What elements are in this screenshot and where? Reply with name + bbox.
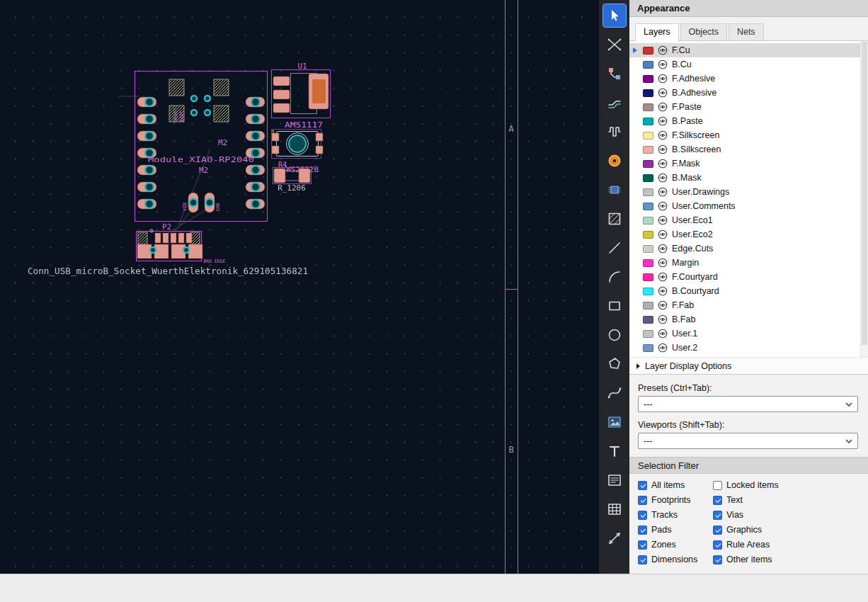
layer-visibility-eye-icon[interactable] [658, 130, 668, 140]
layer-row[interactable]: F.Paste [629, 100, 868, 114]
ws2812b-footprint[interactable] [272, 130, 324, 159]
presets-dropdown[interactable]: --- [638, 396, 858, 412]
usb-connector-footprint[interactable]: P2 BRD EDGE Conn_USB_microB_Socket_Wuert… [28, 222, 308, 276]
layer-color-swatch[interactable] [643, 231, 653, 239]
layer-row[interactable]: B.Cu [629, 57, 868, 72]
appearance-tab[interactable]: Objects [680, 23, 727, 40]
layer-row[interactable]: B.Adhesive [629, 86, 868, 100]
layer-row[interactable]: F.Silkscreen [629, 128, 868, 142]
layer-row[interactable]: F.Adhesive [629, 72, 868, 86]
layer-color-swatch[interactable] [643, 47, 653, 55]
layer-visibility-eye-icon[interactable] [658, 201, 668, 211]
selection-filter-checkbox[interactable]: Vias [713, 510, 862, 520]
checkbox-box-icon[interactable] [713, 555, 722, 564]
layer-row[interactable]: F.Mask [629, 157, 868, 171]
add-text-tool[interactable] [603, 440, 626, 462]
local-ratsnest-tool[interactable] [603, 33, 626, 56]
checkbox-box-icon[interactable] [713, 540, 722, 550]
layer-row[interactable]: B.Mask [629, 171, 868, 185]
draw-arc-tool[interactable] [603, 266, 626, 288]
checkbox-box-icon[interactable] [713, 481, 722, 490]
layer-visibility-eye-icon[interactable] [658, 116, 668, 126]
route-differential-pairs-tool[interactable] [603, 91, 626, 114]
checkbox-box-icon[interactable] [713, 496, 722, 505]
layer-color-swatch[interactable] [643, 344, 653, 352]
layer-color-swatch[interactable] [643, 203, 653, 210]
layer-row[interactable]: User.Comments [629, 199, 868, 213]
layer-row[interactable]: User.Eco1 [629, 213, 868, 227]
appearance-tab[interactable]: Nets [729, 23, 764, 40]
layer-row[interactable]: B.Fab [629, 312, 868, 326]
layer-visibility-eye-icon[interactable] [658, 286, 668, 296]
layer-visibility-eye-icon[interactable] [658, 159, 668, 169]
layer-color-swatch[interactable] [643, 89, 653, 97]
layer-visibility-eye-icon[interactable] [658, 343, 668, 353]
layer-row[interactable]: B.Courtyard [629, 284, 868, 298]
layer-row[interactable]: User.Drawings [629, 185, 868, 199]
layer-row[interactable]: F.Cu [629, 43, 868, 57]
selection-filter-checkbox[interactable]: Zones [638, 540, 713, 550]
layer-color-swatch[interactable] [643, 75, 653, 83]
selection-filter-checkbox[interactable]: Rule Areas [713, 540, 862, 550]
layer-visibility-eye-icon[interactable] [658, 74, 668, 84]
layer-visibility-eye-icon[interactable] [658, 102, 668, 112]
selection-filter-checkbox[interactable]: All items [638, 480, 713, 490]
add-zone-tool[interactable] [603, 208, 626, 230]
u1-footprint[interactable]: U1 AMS1117 1 [271, 62, 331, 137]
route-tracks-tool[interactable] [603, 62, 626, 85]
add-footprint-tool[interactable] [603, 178, 626, 201]
layer-visibility-eye-icon[interactable] [658, 244, 668, 254]
checkbox-box-icon[interactable] [638, 526, 647, 535]
checkbox-box-icon[interactable] [638, 555, 647, 564]
layer-color-swatch[interactable] [643, 188, 653, 196]
layer-visibility-eye-icon[interactable] [658, 258, 668, 268]
layer-visibility-eye-icon[interactable] [658, 300, 668, 310]
layer-color-swatch[interactable] [643, 132, 653, 140]
layer-color-swatch[interactable] [643, 302, 653, 309]
layer-row[interactable]: User.2 [629, 341, 868, 355]
draw-rectangle-tool[interactable] [603, 295, 626, 317]
layer-display-options[interactable]: Layer Display Options [629, 357, 868, 375]
checkbox-box-icon[interactable] [638, 481, 647, 490]
layer-row[interactable]: User.1 [629, 326, 868, 341]
layer-color-swatch[interactable] [643, 259, 653, 267]
layer-row[interactable]: Edge.Cuts [629, 242, 868, 256]
viewports-dropdown[interactable]: --- [638, 433, 858, 449]
layer-row[interactable]: Margin [629, 256, 868, 270]
layer-visibility-eye-icon[interactable] [658, 314, 668, 324]
checkbox-box-icon[interactable] [638, 540, 647, 550]
add-table-tool[interactable] [603, 498, 626, 521]
selection-filter-checkbox[interactable]: Other items [713, 555, 862, 564]
layer-color-swatch[interactable] [643, 330, 653, 338]
layer-visibility-eye-icon[interactable] [658, 173, 668, 183]
selection-filter-checkbox[interactable]: Dimensions [638, 555, 713, 564]
select-tool[interactable] [603, 4, 626, 27]
layer-visibility-eye-icon[interactable] [658, 215, 668, 225]
layer-list-scrollbar[interactable] [860, 41, 868, 357]
selection-filter-checkbox[interactable]: Graphics [713, 525, 862, 535]
layer-visibility-eye-icon[interactable] [658, 187, 668, 197]
selection-filter-checkbox[interactable]: Footprints [638, 495, 713, 505]
layer-color-swatch[interactable] [643, 118, 653, 125]
layer-row[interactable]: F.Fab [629, 298, 868, 312]
layer-visibility-eye-icon[interactable] [658, 144, 668, 154]
layer-color-swatch[interactable] [643, 245, 653, 253]
xiao-module-footprint[interactable]: RESET BOOT VIN GND M2 Module_XIAO-RP2040… [135, 72, 268, 222]
draw-line-tool[interactable] [603, 237, 626, 259]
layer-row[interactable]: F.Courtyard [629, 270, 868, 284]
scrollbar-thumb[interactable] [862, 42, 867, 345]
layer-color-swatch[interactable] [643, 61, 653, 69]
layer-visibility-eye-icon[interactable] [658, 88, 668, 98]
add-dimension-tool[interactable] [603, 527, 626, 550]
layer-color-swatch[interactable] [643, 316, 653, 324]
checkbox-box-icon[interactable] [638, 511, 647, 520]
layer-row[interactable]: B.Paste [629, 114, 868, 128]
layer-color-swatch[interactable] [643, 103, 653, 111]
layer-visibility-eye-icon[interactable] [658, 45, 668, 55]
checkbox-box-icon[interactable] [713, 526, 722, 535]
layer-color-swatch[interactable] [643, 160, 653, 168]
layer-color-swatch[interactable] [643, 273, 653, 281]
selection-filter-checkbox[interactable]: Pads [638, 525, 713, 535]
pcb-canvas[interactable]: A B RESET BOOT [0, 0, 598, 574]
add-image-tool[interactable] [603, 411, 626, 433]
